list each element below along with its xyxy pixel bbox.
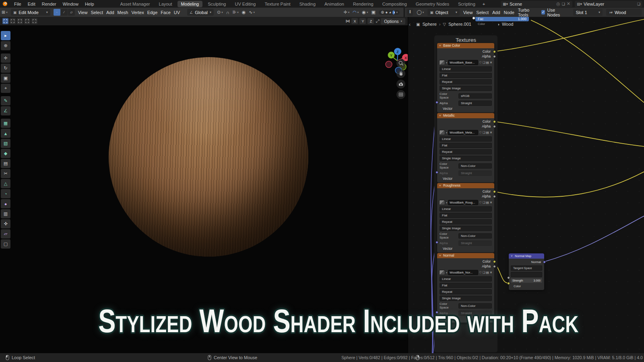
tab-animation[interactable]: Animation <box>321 1 348 7</box>
snap-target-icon[interactable]: ⊪▾ <box>233 10 239 15</box>
tool-bevel[interactable]: ◆ <box>1 149 10 158</box>
source-dropdown[interactable]: Single Image <box>440 156 492 161</box>
zoom-view-button[interactable] <box>396 59 405 68</box>
interpolation-dropdown[interactable]: Linear <box>440 276 492 282</box>
alpha-mode-dropdown[interactable]: Straight <box>458 171 492 176</box>
select-mode-extra-icon[interactable] <box>31 18 37 24</box>
image-name-field[interactable]: WoodBark_Nor... <box>448 270 478 275</box>
node-header[interactable]: Metallic <box>437 113 494 118</box>
unpack-icon[interactable]: ▤ <box>486 201 489 204</box>
sidebar-collapse-icon[interactable]: ‹ <box>409 22 411 27</box>
proportional-edit-icon[interactable]: ◉ <box>242 10 246 15</box>
node-header[interactable]: Base Color <box>437 43 494 48</box>
shading-dropdown-icon[interactable]: ▾ <box>396 11 398 14</box>
wood-sphere-object[interactable] <box>109 57 308 257</box>
shader-editor-icon[interactable]: ◯▾ <box>417 10 424 15</box>
color-output-socket[interactable] <box>493 190 496 193</box>
new-image-icon[interactable]: ❏ <box>483 61 485 64</box>
show-gizmo-icon[interactable]: ✛▾ <box>344 10 350 15</box>
menu-uv[interactable]: UV <box>174 10 180 15</box>
color-space-dropdown[interactable]: Non-Color <box>458 163 492 169</box>
extension-dropdown[interactable]: Repeat <box>440 219 492 224</box>
extension-dropdown[interactable]: Repeat <box>440 289 492 294</box>
extension-dropdown[interactable]: Repeat <box>440 149 492 154</box>
fac-slider[interactable]: Fac 1.000 <box>475 17 529 21</box>
image-texture-node-metallic[interactable]: Metallic Color Alpha ▾ WoodBark_Meta... … <box>437 113 494 183</box>
color-space-dropdown[interactable]: sRGB <box>458 93 492 99</box>
source-dropdown[interactable]: Single Image <box>440 296 492 301</box>
vector-input-socket[interactable] <box>436 101 438 104</box>
tool-spin[interactable]: ◔ <box>1 189 10 198</box>
alpha-mode-dropdown[interactable]: Straight <box>458 241 492 246</box>
fake-user-icon[interactable]: ♡ <box>479 131 482 134</box>
image-texture-node-roughness[interactable]: Roughness Color Alpha ▾ WoodBark_Roug...… <box>437 183 494 253</box>
perspective-toggle-button[interactable] <box>396 90 405 99</box>
tool-scale[interactable]: ▣ <box>1 74 10 83</box>
unpack-icon[interactable]: ▤ <box>486 61 489 64</box>
interpolation-dropdown[interactable]: Linear <box>440 136 492 142</box>
color-output-socket[interactable] <box>493 260 496 263</box>
editor-type-icon[interactable]: ⊞▾ <box>2 10 8 15</box>
viewport-3d[interactable]: ⋈ X Y Z ⤢ Options ▾ ▸ ⊕ ✛ ↻ ▣ ⌖ ✎ ∠ ▦ ▲ … <box>0 17 408 353</box>
select-tweak-icon[interactable] <box>2 18 8 24</box>
image-browse-icon[interactable]: ▾ <box>446 131 447 134</box>
projection-dropdown[interactable]: Flat <box>440 213 492 218</box>
orientation-dropdown[interactable]: ∠ Global ▾ <box>187 9 214 16</box>
alpha-output-socket[interactable] <box>493 265 496 268</box>
wireframe-shading-icon[interactable]: ⊕ <box>381 10 384 14</box>
edge-select-icon[interactable]: ∕ <box>61 9 68 16</box>
snap-falloff-icon[interactable]: ⤢ <box>376 19 379 24</box>
source-dropdown[interactable]: Single Image <box>440 86 492 91</box>
new-image-icon[interactable]: ❏ <box>483 131 485 134</box>
fake-user-icon[interactable]: ♡ <box>479 201 482 204</box>
image-name-field[interactable]: WoodBark_Roug... <box>448 200 478 205</box>
alpha-output-socket[interactable] <box>493 125 496 128</box>
new-viewlayer-icon[interactable]: ❏ <box>637 2 640 6</box>
tab-layout[interactable]: Layout <box>155 1 176 7</box>
image-thumbnail-icon[interactable] <box>439 200 445 205</box>
node-menu-node[interactable]: Node <box>504 10 514 15</box>
image-thumbnail-icon[interactable] <box>439 270 445 275</box>
fake-user-icon[interactable]: ♡ <box>479 61 482 64</box>
pin-icon[interactable]: ◎ <box>556 1 560 6</box>
slot-dropdown[interactable]: Slot 1 ▾ <box>573 9 602 16</box>
node-menu-view[interactable]: View <box>463 10 473 15</box>
mirror-y-button[interactable]: Y <box>359 18 366 24</box>
menu-view[interactable]: View <box>78 10 88 15</box>
options-button[interactable]: Options ▾ <box>381 18 405 25</box>
tool-measure[interactable]: ∠ <box>1 106 10 115</box>
material-shading-icon[interactable]: ◕ <box>389 10 391 14</box>
image-name-field[interactable]: WoodBark_Meta... <box>448 130 478 135</box>
tool-loop-cut[interactable]: ▤ <box>1 159 10 168</box>
mirror-x-button[interactable]: X <box>351 18 358 24</box>
tab-modeling[interactable]: Modeling <box>178 1 203 7</box>
alpha-mode-dropdown[interactable]: Straight <box>458 311 492 316</box>
select-box-icon[interactable] <box>10 18 16 24</box>
pan-view-button[interactable] <box>396 69 405 78</box>
rendered-shading-icon[interactable]: ◑ <box>392 10 395 14</box>
space-dropdown[interactable]: Tangent Space <box>511 265 542 271</box>
menu-window[interactable]: Window <box>60 2 82 6</box>
color-space-dropdown[interactable]: Non-Color <box>458 233 492 239</box>
image-texture-node-normal[interactable]: Normal Color Alpha ▾ WoodBark_Nor... ♡❏▤… <box>437 253 494 323</box>
mode-dropdown[interactable]: ▣ Edit Mode ▾ <box>11 9 50 16</box>
shader-type-dropdown[interactable]: ▣ Object ▾ <box>427 9 459 16</box>
use-nodes-checkbox[interactable]: ✓ <box>541 10 545 14</box>
vector-input-socket[interactable] <box>436 241 438 244</box>
tool-smooth[interactable]: ● <box>1 199 10 208</box>
scene-selector[interactable]: ▦▾ Scene ◎ ❏ ✕ <box>501 1 572 7</box>
face-select-icon[interactable]: ▱ <box>68 9 75 16</box>
menu-mesh[interactable]: Mesh <box>118 10 128 15</box>
tool-add-cube[interactable]: ▦ <box>1 119 10 128</box>
vertex-select-icon[interactable]: ∙ <box>54 9 60 16</box>
pivot-point-icon[interactable]: ⊙▾ <box>217 10 223 15</box>
tool-tweak-select[interactable]: ▸ <box>1 31 10 40</box>
unlink-icon[interactable]: ✕ <box>490 201 492 204</box>
tool-poly-build[interactable]: △ <box>1 179 10 188</box>
image-browse-icon[interactable]: ▾ <box>446 61 447 64</box>
solid-shading-icon[interactable]: ● <box>385 10 388 14</box>
tool-shrink-fatten[interactable]: ✜ <box>1 219 10 228</box>
source-dropdown[interactable]: Single Image <box>440 226 492 231</box>
new-image-icon[interactable]: ❏ <box>483 201 485 204</box>
menu-help[interactable]: Help <box>82 2 97 6</box>
